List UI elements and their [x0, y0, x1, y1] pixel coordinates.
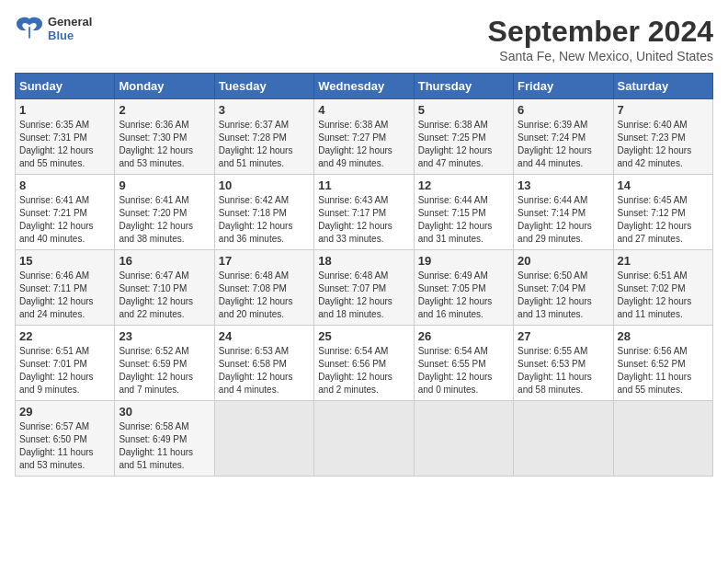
calendar-cell: 22Sunrise: 6:51 AMSunset: 7:01 PMDayligh… — [16, 326, 115, 401]
calendar-cell: 23Sunrise: 6:52 AMSunset: 6:59 PMDayligh… — [115, 326, 214, 401]
day-info: Sunrise: 6:42 AMSunset: 7:18 PMDaylight:… — [219, 194, 310, 246]
header-tuesday: Tuesday — [214, 74, 313, 99]
calendar-cell — [214, 401, 313, 477]
day-info: Sunrise: 6:45 AMSunset: 7:12 PMDaylight:… — [618, 194, 709, 246]
calendar-cell: 8Sunrise: 6:41 AMSunset: 7:21 PMDaylight… — [16, 175, 115, 250]
calendar-cell: 18Sunrise: 6:48 AMSunset: 7:07 PMDayligh… — [314, 250, 414, 326]
calendar-title: September 2024 — [488, 15, 713, 49]
calendar-cell: 26Sunrise: 6:54 AMSunset: 6:55 PMDayligh… — [414, 326, 513, 401]
day-number: 19 — [418, 254, 509, 268]
day-info: Sunrise: 6:44 AMSunset: 7:14 PMDaylight:… — [518, 194, 609, 246]
day-info: Sunrise: 6:56 AMSunset: 6:52 PMDaylight:… — [618, 345, 709, 396]
day-number: 30 — [119, 405, 210, 419]
day-info: Sunrise: 6:48 AMSunset: 7:07 PMDaylight:… — [318, 270, 409, 321]
header-wednesday: Wednesday — [314, 74, 414, 99]
calendar-cell: 10Sunrise: 6:42 AMSunset: 7:18 PMDayligh… — [214, 175, 313, 250]
day-info: Sunrise: 6:55 AMSunset: 6:53 PMDaylight:… — [518, 345, 609, 396]
calendar-cell: 15Sunrise: 6:46 AMSunset: 7:11 PMDayligh… — [16, 250, 115, 326]
day-number: 3 — [219, 103, 310, 117]
calendar-cell: 25Sunrise: 6:54 AMSunset: 6:56 PMDayligh… — [314, 326, 414, 401]
day-number: 17 — [219, 254, 310, 268]
calendar-row: 29Sunrise: 6:57 AMSunset: 6:50 PMDayligh… — [16, 401, 713, 477]
day-info: Sunrise: 6:40 AMSunset: 7:23 PMDaylight:… — [618, 119, 709, 170]
day-info: Sunrise: 6:41 AMSunset: 7:20 PMDaylight:… — [119, 194, 210, 246]
calendar-cell: 19Sunrise: 6:49 AMSunset: 7:05 PMDayligh… — [414, 250, 513, 326]
day-number: 13 — [518, 178, 609, 192]
day-number: 16 — [119, 254, 210, 268]
day-info: Sunrise: 6:51 AMSunset: 7:01 PMDaylight:… — [19, 345, 110, 396]
day-info: Sunrise: 6:41 AMSunset: 7:21 PMDaylight:… — [19, 194, 110, 246]
logo-text: General Blue — [48, 15, 92, 42]
calendar-cell: 6Sunrise: 6:39 AMSunset: 7:24 PMDaylight… — [514, 99, 613, 175]
logo: General Blue — [15, 15, 92, 42]
day-number: 9 — [119, 178, 210, 192]
day-info: Sunrise: 6:36 AMSunset: 7:30 PMDaylight:… — [119, 119, 210, 170]
calendar-row: 8Sunrise: 6:41 AMSunset: 7:21 PMDaylight… — [16, 175, 713, 250]
calendar-cell — [514, 401, 613, 477]
day-info: Sunrise: 6:38 AMSunset: 7:25 PMDaylight:… — [418, 119, 509, 170]
day-info: Sunrise: 6:46 AMSunset: 7:11 PMDaylight:… — [19, 270, 110, 321]
calendar-row: 1Sunrise: 6:35 AMSunset: 7:31 PMDaylight… — [16, 99, 713, 175]
day-number: 21 — [618, 254, 709, 268]
calendar-header: Sunday Monday Tuesday Wednesday Thursday… — [16, 74, 713, 99]
calendar-cell: 1Sunrise: 6:35 AMSunset: 7:31 PMDaylight… — [16, 99, 115, 175]
day-number: 23 — [119, 329, 210, 343]
calendar-cell: 29Sunrise: 6:57 AMSunset: 6:50 PMDayligh… — [16, 401, 115, 477]
calendar-cell: 3Sunrise: 6:37 AMSunset: 7:28 PMDaylight… — [214, 99, 313, 175]
day-number: 10 — [219, 178, 310, 192]
calendar-cell: 27Sunrise: 6:55 AMSunset: 6:53 PMDayligh… — [514, 326, 613, 401]
calendar-cell: 9Sunrise: 6:41 AMSunset: 7:20 PMDaylight… — [115, 175, 214, 250]
calendar-subtitle: Santa Fe, New Mexico, United States — [488, 49, 713, 63]
page-header: General Blue September 2024 Santa Fe, Ne… — [15, 15, 713, 63]
day-number: 25 — [318, 329, 409, 343]
header-thursday: Thursday — [414, 74, 513, 99]
day-number: 1 — [19, 103, 110, 117]
day-number: 18 — [318, 254, 409, 268]
header-row: Sunday Monday Tuesday Wednesday Thursday… — [16, 74, 713, 99]
calendar-cell: 16Sunrise: 6:47 AMSunset: 7:10 PMDayligh… — [115, 250, 214, 326]
day-number: 27 — [518, 329, 609, 343]
day-number: 26 — [418, 329, 509, 343]
day-info: Sunrise: 6:49 AMSunset: 7:05 PMDaylight:… — [418, 270, 509, 321]
calendar-row: 22Sunrise: 6:51 AMSunset: 7:01 PMDayligh… — [16, 326, 713, 401]
calendar-cell: 13Sunrise: 6:44 AMSunset: 7:14 PMDayligh… — [514, 175, 613, 250]
day-number: 8 — [19, 178, 110, 192]
day-info: Sunrise: 6:57 AMSunset: 6:50 PMDaylight:… — [19, 420, 110, 472]
day-info: Sunrise: 6:54 AMSunset: 6:56 PMDaylight:… — [318, 345, 409, 396]
calendar-cell: 30Sunrise: 6:58 AMSunset: 6:49 PMDayligh… — [115, 401, 214, 477]
day-number: 22 — [19, 329, 110, 343]
calendar-cell — [414, 401, 513, 477]
header-sunday: Sunday — [16, 74, 115, 99]
calendar-cell: 28Sunrise: 6:56 AMSunset: 6:52 PMDayligh… — [613, 326, 712, 401]
day-number: 24 — [219, 329, 310, 343]
header-friday: Friday — [514, 74, 613, 99]
day-number: 14 — [618, 178, 709, 192]
day-info: Sunrise: 6:52 AMSunset: 6:59 PMDaylight:… — [119, 345, 210, 396]
day-info: Sunrise: 6:51 AMSunset: 7:02 PMDaylight:… — [618, 270, 709, 321]
calendar-cell: 21Sunrise: 6:51 AMSunset: 7:02 PMDayligh… — [613, 250, 712, 326]
day-number: 12 — [418, 178, 509, 192]
calendar-cell: 14Sunrise: 6:45 AMSunset: 7:12 PMDayligh… — [613, 175, 712, 250]
day-number: 11 — [318, 178, 409, 192]
day-info: Sunrise: 6:53 AMSunset: 6:58 PMDaylight:… — [219, 345, 310, 396]
day-number: 5 — [418, 103, 509, 117]
calendar-table: Sunday Monday Tuesday Wednesday Thursday… — [15, 73, 713, 477]
header-monday: Monday — [115, 74, 214, 99]
day-number: 15 — [19, 254, 110, 268]
calendar-cell: 5Sunrise: 6:38 AMSunset: 7:25 PMDaylight… — [414, 99, 513, 175]
calendar-row: 15Sunrise: 6:46 AMSunset: 7:11 PMDayligh… — [16, 250, 713, 326]
day-info: Sunrise: 6:38 AMSunset: 7:27 PMDaylight:… — [318, 119, 409, 170]
header-saturday: Saturday — [613, 74, 712, 99]
day-info: Sunrise: 6:43 AMSunset: 7:17 PMDaylight:… — [318, 194, 409, 246]
day-info: Sunrise: 6:54 AMSunset: 6:55 PMDaylight:… — [418, 345, 509, 396]
calendar-cell: 17Sunrise: 6:48 AMSunset: 7:08 PMDayligh… — [214, 250, 313, 326]
day-number: 28 — [618, 329, 709, 343]
day-info: Sunrise: 6:47 AMSunset: 7:10 PMDaylight:… — [119, 270, 210, 321]
calendar-cell — [314, 401, 414, 477]
calendar-cell: 2Sunrise: 6:36 AMSunset: 7:30 PMDaylight… — [115, 99, 214, 175]
calendar-cell: 4Sunrise: 6:38 AMSunset: 7:27 PMDaylight… — [314, 99, 414, 175]
calendar-cell: 11Sunrise: 6:43 AMSunset: 7:17 PMDayligh… — [314, 175, 414, 250]
calendar-body: 1Sunrise: 6:35 AMSunset: 7:31 PMDaylight… — [16, 99, 713, 477]
calendar-cell: 7Sunrise: 6:40 AMSunset: 7:23 PMDaylight… — [613, 99, 712, 175]
day-number: 20 — [518, 254, 609, 268]
